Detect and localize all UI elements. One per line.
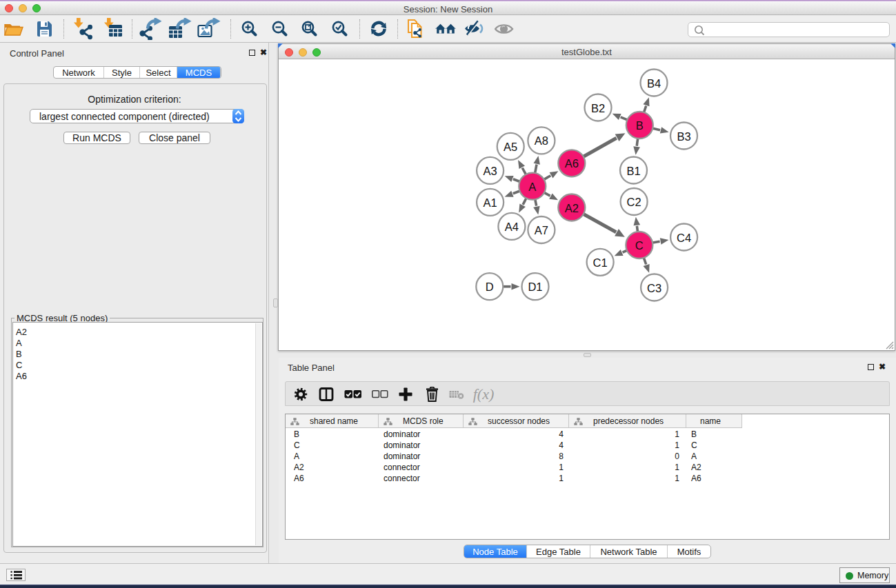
- svg-text:A7: A7: [535, 224, 548, 236]
- svg-text:B: B: [636, 119, 644, 132]
- svg-text:C4: C4: [677, 232, 691, 244]
- svg-text:A: A: [528, 181, 536, 193]
- svg-text:C3: C3: [647, 282, 661, 294]
- svg-text:A4: A4: [505, 221, 519, 233]
- svg-text:B2: B2: [591, 102, 605, 114]
- svg-text:B1: B1: [626, 165, 640, 177]
- svg-text:A5: A5: [504, 141, 517, 153]
- svg-text:A6: A6: [565, 157, 579, 170]
- svg-text:A3: A3: [484, 165, 497, 177]
- svg-text:B3: B3: [677, 130, 690, 143]
- svg-text:B4: B4: [647, 77, 661, 90]
- svg-text:C: C: [635, 239, 644, 252]
- svg-text:A1: A1: [484, 196, 497, 209]
- svg-text:A2: A2: [565, 202, 579, 214]
- svg-text:C1: C1: [593, 256, 608, 269]
- svg-text:A8: A8: [535, 134, 548, 147]
- svg-text:C2: C2: [627, 196, 641, 208]
- svg-text:D: D: [486, 281, 494, 293]
- svg-text:D1: D1: [528, 281, 542, 293]
